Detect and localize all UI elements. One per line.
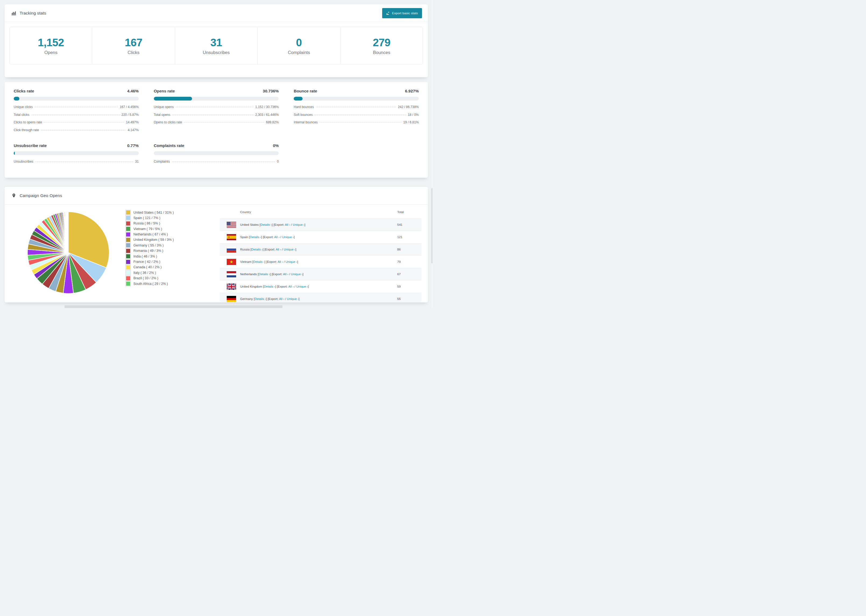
rate-detail-row: Unsubscribes 31 xyxy=(14,160,139,167)
rate-progress-track xyxy=(14,151,139,155)
details-link[interactable]: Details › xyxy=(253,260,265,263)
geo-table-row-de: Germany [Details ›] [Export: All › / Uni… xyxy=(220,293,422,303)
export-unique-link[interactable]: Unique › xyxy=(296,285,308,288)
total-cell: 86 xyxy=(397,248,401,251)
legend-item-netherlands[interactable]: Netherlands ( 67 / 4% ) xyxy=(126,233,174,237)
legend-item-brazil[interactable]: Brazil ( 33 / 2% ) xyxy=(126,276,174,280)
legend-label: Canada ( 40 / 2% ) xyxy=(134,265,162,269)
rate-detail-label: Click through rate xyxy=(14,128,39,132)
rate-block-bounce-rate: Bounce rate 6.927% Hard bounces 242 / 86… xyxy=(294,89,419,136)
stat-card-opens: 1,152 Opens xyxy=(10,27,92,64)
rate-detail-row: Clicks to opens rate 14.497% xyxy=(14,120,139,128)
legend-item-spain[interactable]: Spain ( 121 / 7% ) xyxy=(126,216,174,220)
details-link[interactable]: Details › xyxy=(255,297,266,300)
legend-color-chip xyxy=(126,243,130,247)
export-all-link[interactable]: All › xyxy=(288,285,294,288)
details-link[interactable]: Details › xyxy=(260,223,272,226)
dotted-leader xyxy=(172,162,275,162)
legend-item-canada[interactable]: Canada ( 40 / 2% ) xyxy=(126,265,174,269)
geo-table-row-us: United States [Details ›] [Export: All ›… xyxy=(220,218,422,231)
rate-detail-value: 19 / 6.81% xyxy=(403,120,419,124)
rate-detail-value: 242 / 86.738% xyxy=(398,105,419,109)
export-basic-stats-button[interactable]: Export basic stats xyxy=(382,8,422,18)
geo-title: Campaign Geo Opens xyxy=(20,193,62,198)
details-link[interactable]: Details › xyxy=(252,248,263,251)
legend-item-russia[interactable]: Russia ( 86 / 5% ) xyxy=(126,222,174,225)
details-link[interactable]: Details › xyxy=(264,285,275,288)
column-header-total: Total xyxy=(397,211,404,214)
export-all-link[interactable]: All › xyxy=(276,248,281,251)
rate-detail-row: Complaints 0 xyxy=(154,160,279,167)
legend-color-chip xyxy=(126,265,130,269)
geo-pie-chart xyxy=(25,210,111,295)
details-link[interactable]: Details › xyxy=(258,272,270,276)
flag-icon-vn xyxy=(227,259,236,265)
total-cell: 67 xyxy=(397,272,401,276)
flag-icon-ru xyxy=(227,247,236,253)
export-all-link[interactable]: All › xyxy=(283,272,288,276)
tracking-stats-header: Tracking stats Export basic stats xyxy=(5,4,428,22)
legend-item-vietnam[interactable]: Vietnam ( 79 / 5% ) xyxy=(126,227,174,231)
export-unique-link[interactable]: Unique › xyxy=(293,223,304,226)
page-title: Tracking stats xyxy=(20,11,46,16)
country-cell: Germany [Details ›] [Export: All › / Uni… xyxy=(240,297,299,300)
legend-label: France ( 42 / 2% ) xyxy=(134,260,160,264)
rate-detail-value: 31 xyxy=(135,160,139,163)
export-all-link[interactable]: All › xyxy=(285,223,290,226)
rate-progress-track xyxy=(154,151,279,155)
rate-detail-row: Hard bounces 242 / 86.738% xyxy=(294,105,419,113)
rate-detail-row: Unique clicks 167 / 4.456% xyxy=(14,105,139,113)
legend-item-united-kingdom[interactable]: United Kingdom ( 59 / 3% ) xyxy=(126,238,174,242)
geo-table-row-vn: Vietnam [Details ›] [Export: All › / Uni… xyxy=(220,256,422,268)
rate-block-complaints-rate: Complaints rate 0% Complaints 0 xyxy=(154,143,279,167)
rate-progress-track xyxy=(154,97,279,101)
rate-progress-fill xyxy=(294,97,302,101)
rate-percent: 0% xyxy=(273,143,279,148)
rate-detail-label: Internal bounces xyxy=(294,120,318,124)
rate-detail-label: Total opens xyxy=(154,113,170,117)
country-cell: United Kingdom [Details ›] [Export: All … xyxy=(240,285,309,288)
stat-label: Complaints xyxy=(288,50,310,55)
rate-detail-value: 2,303 / 61.446% xyxy=(255,113,279,117)
legend-item-united-states[interactable]: United States ( 541 / 31% ) xyxy=(126,211,174,214)
legend-label: Italy ( 36 / 2% ) xyxy=(134,271,156,275)
legend-label: Germany ( 55 / 3% ) xyxy=(134,244,164,247)
stat-label: Clicks xyxy=(128,50,140,55)
legend-label: United States ( 541 / 31% ) xyxy=(134,211,174,214)
legend-item-germany[interactable]: Germany ( 55 / 3% ) xyxy=(126,243,174,247)
export-all-link[interactable]: All › xyxy=(279,297,284,300)
export-all-link[interactable]: All › xyxy=(277,260,283,263)
page-scrollbar xyxy=(431,0,433,308)
rates-card: Clicks rate 4.46% Unique clicks 167 / 4.… xyxy=(4,82,428,178)
map-marker-icon xyxy=(11,193,16,198)
export-unique-link[interactable]: Unique › xyxy=(282,236,294,239)
export-unique-link[interactable]: Unique › xyxy=(284,248,295,251)
rate-progress-fill xyxy=(14,97,19,101)
export-unique-link[interactable]: Unique › xyxy=(286,260,297,263)
export-unique-link[interactable]: Unique › xyxy=(287,297,299,300)
legend-item-south-africa[interactable]: South Africa ( 29 / 2% ) xyxy=(126,282,174,286)
legend-color-chip xyxy=(126,260,130,264)
dotted-leader xyxy=(184,122,264,123)
rate-detail-value: 4.147% xyxy=(128,128,139,132)
scrollbar-thumb[interactable] xyxy=(431,188,433,263)
details-link[interactable]: Details › xyxy=(250,236,261,239)
dotted-leader xyxy=(35,162,134,162)
legend-item-france[interactable]: France ( 42 / 2% ) xyxy=(126,260,174,264)
rate-detail-value: 1,152 / 30.736% xyxy=(255,105,279,109)
legend-label: United Kingdom ( 59 / 3% ) xyxy=(134,238,174,242)
geo-table-row-gb: United Kingdom [Details ›] [Export: All … xyxy=(220,280,422,293)
export-unique-link[interactable]: Unique › xyxy=(291,272,302,276)
total-cell: 59 xyxy=(397,285,401,288)
flag-icon-nl xyxy=(227,271,236,277)
rate-percent: 4.46% xyxy=(127,89,139,93)
legend-item-romania[interactable]: Romania ( 49 / 3% ) xyxy=(126,249,174,253)
rate-detail-row: Click through rate 4.147% xyxy=(14,128,139,136)
legend-item-india[interactable]: India ( 46 / 3% ) xyxy=(126,254,174,258)
export-all-link[interactable]: All › xyxy=(274,236,280,239)
legend-color-chip xyxy=(126,233,130,237)
legend-item-italy[interactable]: Italy ( 36 / 2% ) xyxy=(126,271,174,275)
rate-percent: 6.927% xyxy=(405,89,419,93)
geo-header: Campaign Geo Opens xyxy=(5,187,428,204)
tracking-stats-card: Tracking stats Export basic stats 1,152 … xyxy=(4,4,428,77)
